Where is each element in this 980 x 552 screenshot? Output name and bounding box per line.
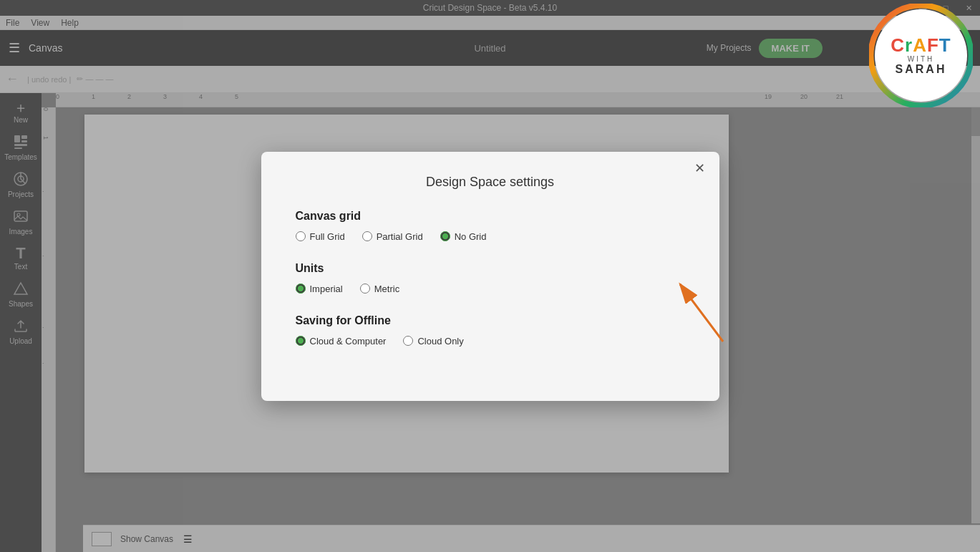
cloud-computer-radio[interactable]	[296, 336, 306, 346]
settings-modal: ✕ Design Space settings Canvas grid Full…	[261, 152, 719, 401]
cloud-only-option[interactable]: Cloud Only	[403, 336, 463, 347]
saving-section: Saving for Offline Cloud & Computer Clou…	[296, 314, 685, 347]
cloud-only-label: Cloud Only	[417, 336, 463, 347]
units-title: Units	[296, 262, 685, 275]
full-grid-option[interactable]: Full Grid	[296, 231, 345, 242]
metric-label: Metric	[374, 284, 399, 294]
metric-radio[interactable]	[360, 284, 370, 294]
full-grid-radio[interactable]	[296, 231, 306, 241]
canvas-grid-title: Canvas grid	[296, 210, 685, 223]
cloud-computer-option[interactable]: Cloud & Computer	[296, 336, 387, 347]
partial-grid-radio[interactable]	[362, 231, 372, 241]
canvas-grid-section: Canvas grid Full Grid Partial Grid No Gr…	[296, 210, 685, 242]
cloud-only-radio[interactable]	[403, 336, 413, 346]
units-options: Imperial Metric	[296, 284, 685, 294]
saving-options: Cloud & Computer Cloud Only	[296, 336, 685, 347]
partial-grid-label: Partial Grid	[377, 231, 423, 242]
modal-title: Design Space settings	[296, 175, 685, 190]
saving-title: Saving for Offline	[296, 314, 685, 327]
canvas-grid-options: Full Grid Partial Grid No Grid	[296, 231, 685, 242]
no-grid-option[interactable]: No Grid	[440, 231, 487, 242]
units-section: Units Imperial Metric	[296, 262, 685, 294]
imperial-option[interactable]: Imperial	[296, 284, 343, 294]
imperial-label: Imperial	[310, 284, 343, 294]
no-grid-radio[interactable]	[440, 231, 450, 241]
imperial-radio[interactable]	[296, 284, 306, 294]
svg-line-11	[680, 284, 723, 342]
cloud-computer-label: Cloud & Computer	[310, 336, 387, 347]
modal-close-button[interactable]: ✕	[690, 160, 709, 176]
modal-backdrop[interactable]: ✕ Design Space settings Canvas grid Full…	[0, 0, 980, 552]
full-grid-label: Full Grid	[310, 231, 345, 242]
partial-grid-option[interactable]: Partial Grid	[362, 231, 423, 242]
no-grid-label: No Grid	[455, 231, 487, 242]
metric-option[interactable]: Metric	[360, 284, 399, 294]
